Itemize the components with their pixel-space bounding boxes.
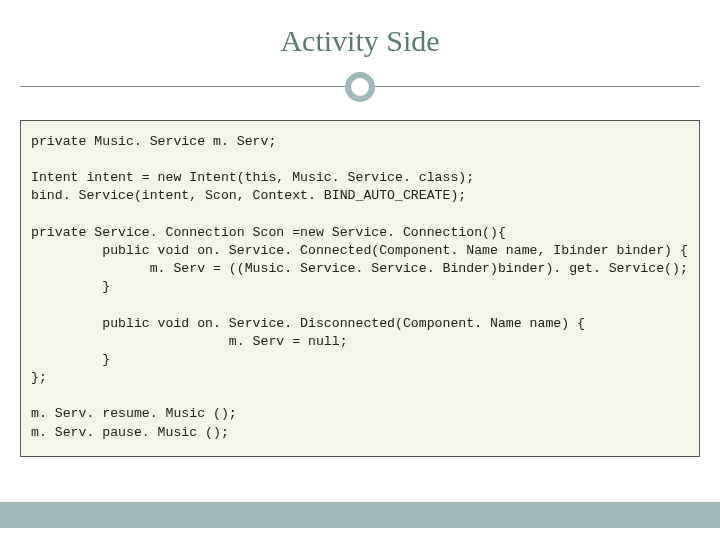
- code-line: private Service. Connection Scon =new Se…: [31, 225, 506, 240]
- code-line: bind. Service(intent, Scon, Context. BIN…: [31, 188, 466, 203]
- code-line: m. Serv. resume. Music ();: [31, 406, 237, 421]
- page-title: Activity Side: [0, 0, 720, 72]
- code-line: private Music. Service m. Serv;: [31, 134, 276, 149]
- code-block: private Music. Service m. Serv; Intent i…: [20, 120, 700, 457]
- code-line: m. Serv = ((Music. Service. Service. Bin…: [31, 261, 688, 276]
- code-line: Intent intent = new Intent(this, Music. …: [31, 170, 474, 185]
- code-line: m. Serv. pause. Music ();: [31, 425, 229, 440]
- code-line: }: [31, 279, 110, 294]
- code-line: public void on. Service. Connected(Compo…: [31, 243, 688, 258]
- divider-circle-icon: [345, 72, 375, 102]
- code-line: }: [31, 352, 110, 367]
- code-line: public void on. Service. Disconnected(Co…: [31, 316, 585, 331]
- slide: Activity Side private Music. Service m. …: [0, 0, 720, 540]
- title-divider: [20, 72, 700, 102]
- code-line: m. Serv = null;: [31, 334, 348, 349]
- code-line: };: [31, 370, 47, 385]
- footer-band: [0, 502, 720, 528]
- footer-gap: [0, 528, 720, 540]
